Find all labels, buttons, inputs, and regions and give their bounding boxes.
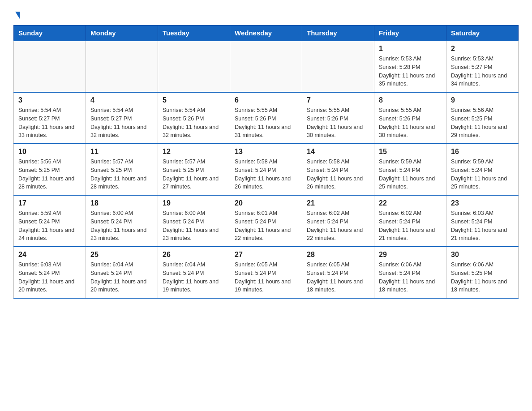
column-header-wednesday: Wednesday: [230, 26, 302, 41]
day-info: Sunrise: 6:04 AM Sunset: 5:24 PM Dayligh…: [90, 261, 153, 294]
day-number: 8: [379, 96, 442, 104]
day-number: 16: [451, 148, 514, 156]
day-number: 2: [451, 45, 514, 53]
calendar-cell: 12Sunrise: 5:57 AM Sunset: 5:25 PM Dayli…: [158, 144, 230, 195]
calendar-cell: [230, 41, 302, 92]
calendar-week-5: 24Sunrise: 6:03 AM Sunset: 5:24 PM Dayli…: [14, 247, 519, 298]
day-info: Sunrise: 6:01 AM Sunset: 5:24 PM Dayligh…: [235, 209, 297, 243]
day-number: 30: [451, 251, 514, 259]
calendar-cell: 16Sunrise: 5:59 AM Sunset: 5:24 PM Dayli…: [446, 144, 519, 195]
calendar-cell: [302, 41, 374, 92]
column-header-tuesday: Tuesday: [158, 26, 230, 41]
page-header: [13, 9, 519, 16]
day-number: 18: [90, 199, 153, 207]
day-info: Sunrise: 5:59 AM Sunset: 5:24 PM Dayligh…: [379, 158, 442, 191]
calendar-cell: 25Sunrise: 6:04 AM Sunset: 5:24 PM Dayli…: [86, 247, 158, 298]
calendar-header-row: SundayMondayTuesdayWednesdayThursdayFrid…: [14, 26, 519, 41]
day-info: Sunrise: 5:59 AM Sunset: 5:24 PM Dayligh…: [18, 209, 81, 243]
calendar-cell: 4Sunrise: 5:54 AM Sunset: 5:27 PM Daylig…: [86, 92, 158, 144]
day-number: 27: [235, 251, 297, 259]
day-number: 26: [163, 251, 225, 259]
day-number: 19: [163, 199, 225, 207]
day-number: 20: [235, 199, 297, 207]
day-info: Sunrise: 5:53 AM Sunset: 5:28 PM Dayligh…: [379, 55, 442, 88]
calendar-cell: 22Sunrise: 6:02 AM Sunset: 5:24 PM Dayli…: [374, 195, 446, 247]
day-number: 9: [451, 96, 514, 104]
day-number: 25: [90, 251, 153, 259]
day-info: Sunrise: 6:04 AM Sunset: 5:24 PM Dayligh…: [163, 261, 225, 294]
calendar-cell: 3Sunrise: 5:54 AM Sunset: 5:27 PM Daylig…: [14, 92, 86, 144]
calendar-cell: 19Sunrise: 6:00 AM Sunset: 5:24 PM Dayli…: [158, 195, 230, 247]
day-info: Sunrise: 5:56 AM Sunset: 5:25 PM Dayligh…: [451, 106, 514, 140]
day-info: Sunrise: 6:06 AM Sunset: 5:25 PM Dayligh…: [451, 261, 514, 294]
calendar-cell: 30Sunrise: 6:06 AM Sunset: 5:25 PM Dayli…: [446, 247, 519, 298]
day-number: 23: [451, 199, 514, 207]
calendar-week-4: 17Sunrise: 5:59 AM Sunset: 5:24 PM Dayli…: [14, 195, 519, 247]
calendar-cell: 13Sunrise: 5:58 AM Sunset: 5:24 PM Dayli…: [230, 144, 302, 195]
calendar-cell: 28Sunrise: 6:05 AM Sunset: 5:24 PM Dayli…: [302, 247, 374, 298]
logo: [13, 9, 27, 16]
calendar-cell: 7Sunrise: 5:55 AM Sunset: 5:26 PM Daylig…: [302, 92, 374, 144]
day-info: Sunrise: 6:03 AM Sunset: 5:24 PM Dayligh…: [451, 209, 514, 243]
day-info: Sunrise: 5:55 AM Sunset: 5:26 PM Dayligh…: [379, 106, 442, 140]
day-info: Sunrise: 6:05 AM Sunset: 5:24 PM Dayligh…: [235, 261, 297, 294]
column-header-thursday: Thursday: [302, 26, 374, 41]
calendar-table: SundayMondayTuesdayWednesdayThursdayFrid…: [13, 25, 519, 299]
calendar-cell: 26Sunrise: 6:04 AM Sunset: 5:24 PM Dayli…: [158, 247, 230, 298]
day-number: 12: [163, 148, 225, 156]
calendar-cell: 2Sunrise: 5:53 AM Sunset: 5:27 PM Daylig…: [446, 41, 519, 92]
day-info: Sunrise: 6:05 AM Sunset: 5:24 PM Dayligh…: [307, 261, 369, 294]
day-number: 3: [18, 96, 81, 104]
day-info: Sunrise: 5:53 AM Sunset: 5:27 PM Dayligh…: [451, 55, 514, 88]
calendar-cell: 17Sunrise: 5:59 AM Sunset: 5:24 PM Dayli…: [14, 195, 86, 247]
calendar-week-1: 1Sunrise: 5:53 AM Sunset: 5:28 PM Daylig…: [14, 41, 519, 92]
day-number: 15: [379, 148, 442, 156]
calendar-cell: 8Sunrise: 5:55 AM Sunset: 5:26 PM Daylig…: [374, 92, 446, 144]
calendar-cell: 24Sunrise: 6:03 AM Sunset: 5:24 PM Dayli…: [14, 247, 86, 298]
day-number: 14: [307, 148, 369, 156]
calendar-cell: 14Sunrise: 5:58 AM Sunset: 5:24 PM Dayli…: [302, 144, 374, 195]
calendar-cell: 10Sunrise: 5:56 AM Sunset: 5:25 PM Dayli…: [14, 144, 86, 195]
day-number: 4: [90, 96, 153, 104]
day-info: Sunrise: 6:00 AM Sunset: 5:24 PM Dayligh…: [163, 209, 225, 243]
day-number: 13: [235, 148, 297, 156]
day-number: 10: [18, 148, 81, 156]
calendar-cell: [14, 41, 86, 92]
day-info: Sunrise: 6:02 AM Sunset: 5:24 PM Dayligh…: [379, 209, 442, 243]
calendar-cell: 23Sunrise: 6:03 AM Sunset: 5:24 PM Dayli…: [446, 195, 519, 247]
calendar-cell: 20Sunrise: 6:01 AM Sunset: 5:24 PM Dayli…: [230, 195, 302, 247]
calendar-cell: 18Sunrise: 6:00 AM Sunset: 5:24 PM Dayli…: [86, 195, 158, 247]
calendar-cell: 1Sunrise: 5:53 AM Sunset: 5:28 PM Daylig…: [374, 41, 446, 92]
calendar-cell: [158, 41, 230, 92]
day-info: Sunrise: 5:54 AM Sunset: 5:26 PM Dayligh…: [163, 106, 225, 140]
day-info: Sunrise: 6:06 AM Sunset: 5:24 PM Dayligh…: [379, 261, 442, 294]
calendar-week-2: 3Sunrise: 5:54 AM Sunset: 5:27 PM Daylig…: [14, 92, 519, 144]
calendar-cell: 9Sunrise: 5:56 AM Sunset: 5:25 PM Daylig…: [446, 92, 519, 144]
day-info: Sunrise: 5:55 AM Sunset: 5:26 PM Dayligh…: [307, 106, 369, 140]
calendar-cell: 11Sunrise: 5:57 AM Sunset: 5:25 PM Dayli…: [86, 144, 158, 195]
day-number: 17: [18, 199, 81, 207]
day-info: Sunrise: 5:58 AM Sunset: 5:24 PM Dayligh…: [307, 158, 369, 191]
day-info: Sunrise: 5:54 AM Sunset: 5:27 PM Dayligh…: [18, 106, 81, 140]
column-header-friday: Friday: [374, 26, 446, 41]
day-number: 6: [235, 96, 297, 104]
column-header-sunday: Sunday: [14, 26, 86, 41]
day-number: 28: [307, 251, 369, 259]
day-number: 22: [379, 199, 442, 207]
day-number: 11: [90, 148, 153, 156]
day-info: Sunrise: 6:00 AM Sunset: 5:24 PM Dayligh…: [90, 209, 153, 243]
calendar-cell: 27Sunrise: 6:05 AM Sunset: 5:24 PM Dayli…: [230, 247, 302, 298]
calendar-cell: 15Sunrise: 5:59 AM Sunset: 5:24 PM Dayli…: [374, 144, 446, 195]
day-info: Sunrise: 5:59 AM Sunset: 5:24 PM Dayligh…: [451, 158, 514, 191]
day-info: Sunrise: 6:02 AM Sunset: 5:24 PM Dayligh…: [307, 209, 369, 243]
day-info: Sunrise: 5:58 AM Sunset: 5:24 PM Dayligh…: [235, 158, 297, 191]
logo-arrow-icon: [15, 12, 20, 19]
calendar-cell: 21Sunrise: 6:02 AM Sunset: 5:24 PM Dayli…: [302, 195, 374, 247]
calendar-cell: 5Sunrise: 5:54 AM Sunset: 5:26 PM Daylig…: [158, 92, 230, 144]
day-info: Sunrise: 6:03 AM Sunset: 5:24 PM Dayligh…: [18, 261, 81, 294]
column-header-saturday: Saturday: [446, 26, 519, 41]
calendar-cell: [86, 41, 158, 92]
day-number: 1: [379, 45, 442, 53]
day-info: Sunrise: 5:57 AM Sunset: 5:25 PM Dayligh…: [90, 158, 153, 191]
day-info: Sunrise: 5:55 AM Sunset: 5:26 PM Dayligh…: [235, 106, 297, 140]
